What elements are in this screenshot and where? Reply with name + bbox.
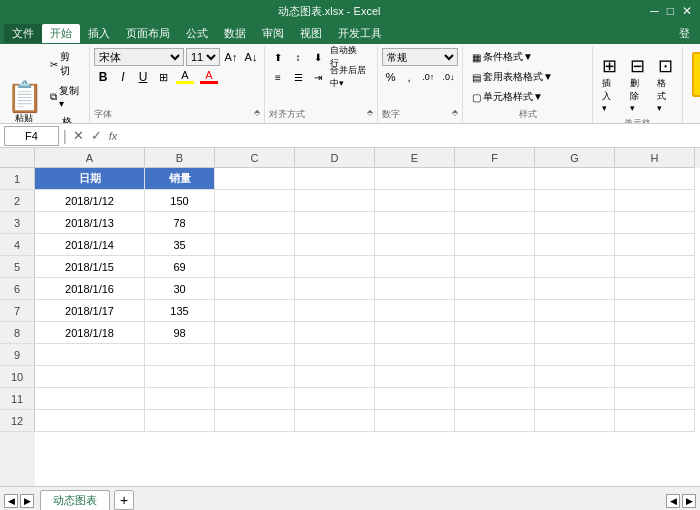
- cell-F10[interactable]: [455, 366, 535, 388]
- cell-reference-input[interactable]: [4, 126, 59, 146]
- row-header-10[interactable]: 10: [0, 366, 35, 388]
- increase-font-button[interactable]: A↑: [222, 48, 240, 66]
- cell-A4[interactable]: 2018/1/14: [35, 234, 145, 256]
- restore-icon[interactable]: □: [667, 4, 674, 18]
- cell-E10[interactable]: [375, 366, 455, 388]
- row-header-9[interactable]: 9: [0, 344, 35, 366]
- cell-H8[interactable]: [615, 322, 695, 344]
- cell-E1[interactable]: [375, 168, 455, 190]
- cell-F5[interactable]: [455, 256, 535, 278]
- cell-H2[interactable]: [615, 190, 695, 212]
- cell-F4[interactable]: [455, 234, 535, 256]
- cell-F3[interactable]: [455, 212, 535, 234]
- menu-insert[interactable]: 插入: [80, 24, 118, 43]
- cell-A8[interactable]: 2018/1/18: [35, 322, 145, 344]
- cell-H11[interactable]: [615, 388, 695, 410]
- cell-F8[interactable]: [455, 322, 535, 344]
- cell-B1[interactable]: 销量: [145, 168, 215, 190]
- cell-A9[interactable]: [35, 344, 145, 366]
- cell-C8[interactable]: [215, 322, 295, 344]
- cell-D8[interactable]: [295, 322, 375, 344]
- cell-G8[interactable]: [535, 322, 615, 344]
- cell-B6[interactable]: 30: [145, 278, 215, 300]
- copy-button[interactable]: ⧉ 复制 ▾: [46, 82, 83, 111]
- cell-E5[interactable]: [375, 256, 455, 278]
- cell-E3[interactable]: [375, 212, 455, 234]
- col-header-a[interactable]: A: [35, 148, 145, 168]
- cell-F6[interactable]: [455, 278, 535, 300]
- col-header-d[interactable]: D: [295, 148, 375, 168]
- cell-G3[interactable]: [535, 212, 615, 234]
- comma-button[interactable]: ,: [400, 68, 417, 86]
- font-size-selector[interactable]: 11: [186, 48, 220, 66]
- cell-D6[interactable]: [295, 278, 375, 300]
- cell-E2[interactable]: [375, 190, 455, 212]
- row-header-12[interactable]: 12: [0, 410, 35, 432]
- decrease-decimal-button[interactable]: .0↓: [439, 68, 458, 86]
- cell-A3[interactable]: 2018/1/13: [35, 212, 145, 234]
- cell-C1[interactable]: [215, 168, 295, 190]
- paste-button[interactable]: 📋 粘贴: [2, 48, 46, 124]
- find-button[interactable]: 🔍 编辑 ↖: [692, 52, 700, 97]
- minimize-icon[interactable]: ─: [650, 4, 659, 18]
- cell-D9[interactable]: [295, 344, 375, 366]
- cell-B11[interactable]: [145, 388, 215, 410]
- cell-B2[interactable]: 150: [145, 190, 215, 212]
- cell-B10[interactable]: [145, 366, 215, 388]
- row-header-4[interactable]: 4: [0, 234, 35, 256]
- cell-E6[interactable]: [375, 278, 455, 300]
- cell-B7[interactable]: 135: [145, 300, 215, 322]
- underline-button[interactable]: U: [134, 68, 152, 86]
- cell-D7[interactable]: [295, 300, 375, 322]
- cell-G11[interactable]: [535, 388, 615, 410]
- cell-C2[interactable]: [215, 190, 295, 212]
- cell-D1[interactable]: [295, 168, 375, 190]
- cell-C10[interactable]: [215, 366, 295, 388]
- cell-C12[interactable]: [215, 410, 295, 432]
- cell-B3[interactable]: 78: [145, 212, 215, 234]
- cell-H5[interactable]: [615, 256, 695, 278]
- cell-D5[interactable]: [295, 256, 375, 278]
- cut-button[interactable]: ✂ 剪切: [46, 48, 83, 80]
- cell-C9[interactable]: [215, 344, 295, 366]
- cell-B4[interactable]: 35: [145, 234, 215, 256]
- cell-B9[interactable]: [145, 344, 215, 366]
- bold-button[interactable]: B: [94, 68, 112, 86]
- cell-G1[interactable]: [535, 168, 615, 190]
- fill-color-button[interactable]: A: [174, 68, 196, 86]
- font-color-button[interactable]: A: [198, 68, 220, 86]
- cell-A1[interactable]: 日期: [35, 168, 145, 190]
- cell-G6[interactable]: [535, 278, 615, 300]
- menu-file[interactable]: 文件: [4, 24, 42, 43]
- increase-decimal-button[interactable]: .0↑: [419, 68, 438, 86]
- insert-function-icon[interactable]: fx: [107, 130, 120, 142]
- cell-C6[interactable]: [215, 278, 295, 300]
- row-header-5[interactable]: 5: [0, 256, 35, 278]
- cell-E12[interactable]: [375, 410, 455, 432]
- close-icon[interactable]: ✕: [682, 4, 692, 18]
- cell-G4[interactable]: [535, 234, 615, 256]
- align-top-button[interactable]: ⬆: [269, 48, 287, 66]
- cell-H7[interactable]: [615, 300, 695, 322]
- formula-input[interactable]: [123, 126, 696, 146]
- col-header-e[interactable]: E: [375, 148, 455, 168]
- menu-review[interactable]: 审阅: [254, 24, 292, 43]
- col-header-g[interactable]: G: [535, 148, 615, 168]
- cell-E11[interactable]: [375, 388, 455, 410]
- format-painter-button[interactable]: 🖌 格式刷: [46, 113, 83, 124]
- menu-data[interactable]: 数据: [216, 24, 254, 43]
- cell-H9[interactable]: [615, 344, 695, 366]
- col-header-h[interactable]: H: [615, 148, 695, 168]
- menu-home[interactable]: 开始: [42, 24, 80, 43]
- cell-C7[interactable]: [215, 300, 295, 322]
- cell-H10[interactable]: [615, 366, 695, 388]
- conditional-format-button[interactable]: ▦ 条件格式▼: [467, 48, 588, 66]
- cell-A10[interactable]: [35, 366, 145, 388]
- tab-scroll-left[interactable]: ◀: [666, 494, 680, 508]
- cell-A11[interactable]: [35, 388, 145, 410]
- cell-A7[interactable]: 2018/1/17: [35, 300, 145, 322]
- menu-page-layout[interactable]: 页面布局: [118, 24, 178, 43]
- cell-G10[interactable]: [535, 366, 615, 388]
- cell-C5[interactable]: [215, 256, 295, 278]
- row-header-8[interactable]: 8: [0, 322, 35, 344]
